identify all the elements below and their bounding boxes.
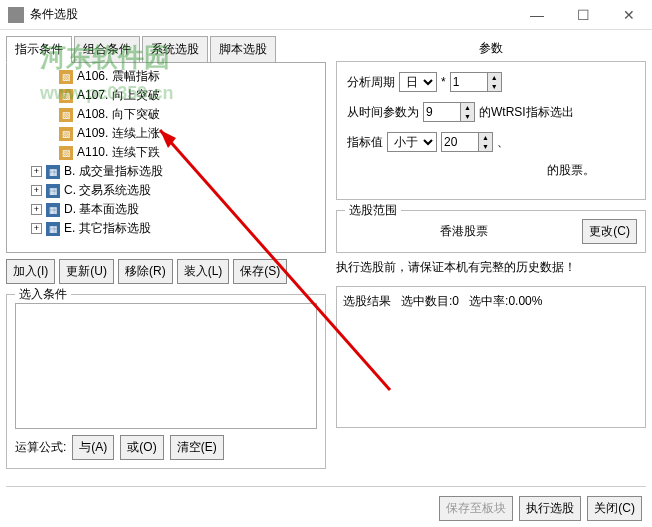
close-button[interactable]: ✕ [606,0,652,30]
tree-leaf[interactable]: ▧A106. 震幅指标 [11,67,321,86]
condition-tree[interactable]: ▧A106. 震幅指标 ▧A107. 向上突破 ▧A108. 向下突破 ▧A10… [6,63,326,253]
count-label: 选中数目: [401,294,452,308]
window-title: 条件选股 [30,6,514,23]
operator-select[interactable]: 小于 [387,132,437,152]
update-button[interactable]: 更新(U) [59,259,114,284]
expand-icon[interactable]: + [31,223,42,234]
tab-combination[interactable]: 组合条件 [74,36,140,62]
change-button[interactable]: 更改(C) [582,219,637,244]
remove-button[interactable]: 移除(R) [118,259,173,284]
spin-down-icon[interactable]: ▼ [460,112,474,121]
titlebar: 条件选股 — ☐ ✕ [0,0,652,30]
params-tail: 的股票。 [547,162,595,179]
tree-leaf[interactable]: ▧A107. 向上突破 [11,86,321,105]
app-icon [8,7,24,23]
count-value: 0 [452,294,459,308]
time-param-value[interactable]: ▲▼ [423,102,475,122]
clear-button[interactable]: 清空(E) [170,435,224,460]
spin-down-icon[interactable]: ▼ [478,142,492,151]
period-select[interactable]: 日 [399,72,437,92]
expand-icon[interactable]: + [31,166,42,177]
indicator-label: 指标值 [347,134,383,151]
bottom-bar: 保存至板块 执行选股 关闭(C) [439,496,642,521]
time-param-suffix: 的WtRSI指标选出 [479,104,574,121]
result-box: 选股结果 选中数目:0 选中率:0.00% [336,286,646,428]
leaf-icon: ▧ [59,146,73,160]
tree-branch[interactable]: +▦B. 成交量指标选股 [11,162,321,181]
spin-up-icon[interactable]: ▲ [478,133,492,142]
expand-icon[interactable]: + [31,185,42,196]
and-button[interactable]: 与(A) [72,435,114,460]
tree-branch[interactable]: +▦E. 其它指标选股 [11,219,321,238]
save-block-button: 保存至板块 [439,496,513,521]
folder-icon: ▦ [46,203,60,217]
tree-leaf[interactable]: ▧A110. 连续下跌 [11,143,321,162]
leaf-icon: ▧ [59,108,73,122]
load-button[interactable]: 装入(L) [177,259,230,284]
leaf-icon: ▧ [59,70,73,84]
minimize-button[interactable]: — [514,0,560,30]
leaf-icon: ▧ [59,127,73,141]
tree-branch[interactable]: +▦C. 交易系统选股 [11,181,321,200]
formula-label: 运算公式: [15,439,66,456]
or-button[interactable]: 或(O) [120,435,163,460]
tab-bar: 指示条件 组合条件 系统选股 脚本选股 [6,36,326,63]
rate-value: 0.00% [508,294,542,308]
selected-list[interactable] [15,303,317,429]
period-multiplier[interactable]: ▲▼ [450,72,502,92]
expand-icon[interactable]: + [31,204,42,215]
spin-up-icon[interactable]: ▲ [460,103,474,112]
tree-leaf[interactable]: ▧A108. 向下突破 [11,105,321,124]
execute-button[interactable]: 执行选股 [519,496,581,521]
range-box: 选股范围 香港股票 更改(C) [336,210,646,253]
notice-text: 执行选股前，请保证本机有完整的历史数据！ [336,259,646,276]
tab-script[interactable]: 脚本选股 [210,36,276,62]
spin-down-icon[interactable]: ▼ [487,82,501,91]
maximize-button[interactable]: ☐ [560,0,606,30]
selected-conditions-box: 选入条件 运算公式: 与(A) 或(O) 清空(E) [6,294,326,469]
save-button[interactable]: 保存(S) [233,259,287,284]
range-legend: 选股范围 [345,202,401,219]
rate-label: 选中率: [469,294,508,308]
tree-leaf[interactable]: ▧A109. 连续上涨 [11,124,321,143]
tab-indicator[interactable]: 指示条件 [6,36,72,63]
selected-legend: 选入条件 [15,286,71,303]
close-dialog-button[interactable]: 关闭(C) [587,496,642,521]
tree-branch[interactable]: +▦D. 基本面选股 [11,200,321,219]
params-box: 分析周期 日 * ▲▼ 从时间参数为 ▲▼ 的WtRSI指标选出 指标值 小于 … [336,61,646,200]
params-title: 参数 [336,36,646,61]
market-label: 香港股票 [345,223,582,240]
tab-system[interactable]: 系统选股 [142,36,208,62]
result-label: 选股结果 [343,294,391,308]
period-label: 分析周期 [347,74,395,91]
threshold-value[interactable]: ▲▼ [441,132,493,152]
folder-icon: ▦ [46,165,60,179]
folder-icon: ▦ [46,184,60,198]
add-button[interactable]: 加入(I) [6,259,55,284]
time-param-prefix: 从时间参数为 [347,104,419,121]
folder-icon: ▦ [46,222,60,236]
spin-up-icon[interactable]: ▲ [487,73,501,82]
leaf-icon: ▧ [59,89,73,103]
